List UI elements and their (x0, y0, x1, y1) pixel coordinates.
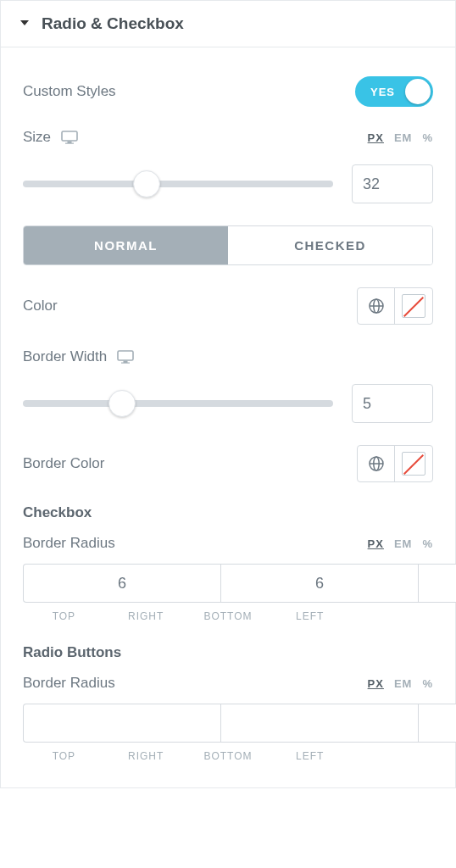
border-color-swatch-button[interactable] (395, 446, 432, 481)
size-slider-row (23, 164, 433, 203)
border-color-swatch (402, 452, 425, 476)
global-color-button[interactable] (358, 288, 395, 324)
radio-radius-top[interactable] (23, 704, 220, 743)
dim-label-right: RIGHT (105, 610, 187, 622)
border-width-row: Border Width (23, 348, 433, 365)
border-color-row: Border Color (23, 445, 433, 482)
dim-label-top: TOP (23, 610, 105, 622)
size-row: Size PX EM % (23, 129, 433, 146)
dim-label-right: RIGHT (105, 750, 187, 762)
checkbox-border-radius-row: Border Radius PX EM % (23, 535, 433, 552)
unit-pct[interactable]: % (422, 537, 433, 550)
unit-px[interactable]: PX (368, 131, 384, 144)
svg-rect-6 (118, 351, 133, 360)
state-tabs: NORMAL CHECKED (23, 225, 433, 265)
border-color-controls (357, 445, 433, 482)
svg-rect-0 (62, 131, 77, 141)
checkbox-radius-top[interactable] (23, 564, 220, 603)
dim-label-bottom: BOTTOM (187, 750, 270, 762)
color-controls (357, 287, 433, 325)
unit-pct[interactable]: % (422, 131, 433, 144)
section-title: Radio & Checkbox (42, 14, 184, 33)
unit-px[interactable]: PX (368, 537, 384, 550)
toggle-knob (405, 79, 431, 104)
radio-border-radius-inputs: TOP RIGHT BOTTOM LEFT (23, 704, 433, 762)
size-input[interactable] (352, 164, 433, 203)
border-width-input[interactable] (352, 384, 433, 423)
border-width-slider-thumb[interactable] (108, 390, 136, 417)
color-label: Color (23, 298, 58, 314)
border-color-label: Border Color (23, 455, 104, 472)
tab-normal[interactable]: NORMAL (24, 226, 228, 264)
radio-border-radius-row: Border Radius PX EM % (23, 675, 433, 692)
radio-radius-bottom[interactable] (418, 704, 456, 743)
custom-styles-toggle[interactable]: YES (355, 76, 433, 107)
checkbox-border-radius-label: Border Radius (23, 535, 115, 552)
checkbox-radius-bottom[interactable] (418, 564, 456, 603)
border-width-slider[interactable] (23, 400, 333, 407)
unit-pct[interactable]: % (422, 677, 433, 690)
dim-label-left: LEFT (269, 750, 351, 762)
color-swatch (402, 294, 425, 318)
checkbox-border-radius-inputs: TOP RIGHT BOTTOM LEFT (23, 564, 433, 622)
size-slider[interactable] (23, 181, 333, 187)
svg-rect-8 (121, 363, 130, 364)
radio-subheader: Radio Buttons (23, 644, 433, 661)
color-swatch-button[interactable] (395, 288, 432, 324)
dim-label-top: TOP (23, 750, 105, 762)
unit-em[interactable]: EM (394, 537, 413, 550)
unit-em[interactable]: EM (394, 131, 413, 144)
color-row: Color (23, 287, 433, 325)
caret-down-icon (19, 16, 30, 31)
border-width-label: Border Width (23, 348, 134, 365)
radio-checkbox-panel: Radio & Checkbox Custom Styles YES Size … (0, 0, 456, 788)
dim-label-bottom: BOTTOM (187, 610, 270, 622)
unit-px[interactable]: PX (368, 677, 384, 690)
checkbox-radius-right[interactable] (220, 564, 418, 603)
radio-border-radius-label: Border Radius (23, 675, 115, 692)
border-width-slider-row (23, 384, 433, 423)
custom-styles-label: Custom Styles (23, 83, 116, 100)
svg-rect-2 (65, 143, 74, 144)
checkbox-subheader: Checkbox (23, 504, 433, 521)
size-units: PX EM % (368, 131, 433, 144)
size-label: Size (23, 129, 78, 146)
section-header[interactable]: Radio & Checkbox (1, 1, 455, 47)
size-slider-thumb[interactable] (133, 170, 160, 198)
unit-em[interactable]: EM (394, 677, 413, 690)
tab-checked[interactable]: CHECKED (228, 226, 432, 264)
desktop-icon[interactable] (117, 350, 134, 364)
radio-radius-right[interactable] (220, 704, 418, 743)
global-color-button[interactable] (358, 446, 395, 481)
toggle-yes-label: YES (370, 86, 395, 98)
checkbox-border-radius-units: PX EM % (368, 537, 433, 550)
custom-styles-row: Custom Styles YES (23, 76, 433, 107)
desktop-icon[interactable] (61, 131, 78, 144)
section-content: Custom Styles YES Size PX EM % (1, 47, 455, 787)
dim-label-left: LEFT (269, 610, 351, 622)
radio-border-radius-units: PX EM % (368, 677, 433, 690)
